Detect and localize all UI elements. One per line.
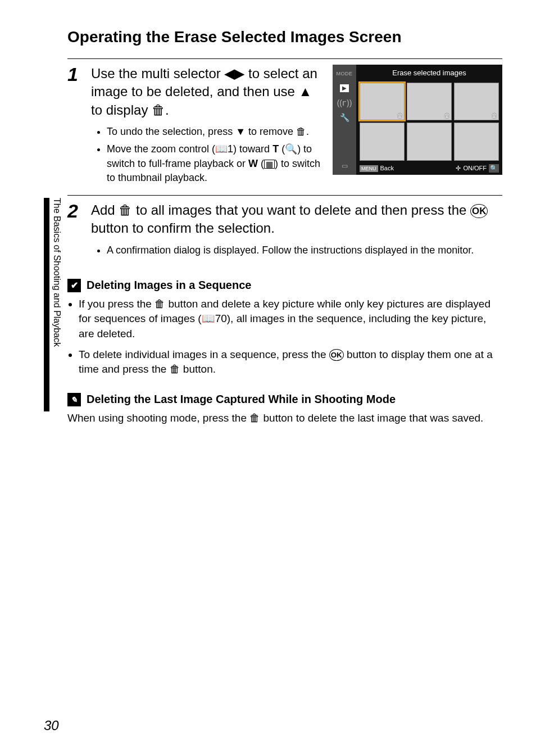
screen-onoff: ✢ON/OFF🔍 (456, 164, 499, 173)
thumb-3: 🗑 (454, 83, 499, 121)
step-1-bullet-1: To undo the selection, press ▼ to remove… (107, 125, 322, 139)
side-tab-text: The Basics of Shooting and Playback (52, 198, 62, 347)
play-mode-icon: ▶ (339, 84, 350, 93)
trash-icon: 🗑 (249, 412, 260, 424)
screen-title: Erase selected images (356, 65, 502, 80)
step-2: 2 Add 🗑 to all images that you want to d… (67, 201, 502, 263)
pencil-icon: ✎ (67, 393, 81, 406)
thumb-2: 🗑 (407, 83, 452, 121)
trash-icon: 🗑 (119, 202, 132, 218)
rule (67, 195, 502, 196)
thumb-5 (407, 123, 452, 161)
setup-icon: 🔧 (339, 113, 350, 122)
menu-bar-icon: ▭ (339, 161, 350, 170)
note-a-heading: ✔ Deleting Images in a Sequence (67, 279, 502, 292)
thumb-1: 🗑 (360, 83, 405, 121)
thumb-4 (360, 123, 405, 161)
caution-icon: ✔ (67, 279, 81, 292)
step-2-bullet-1: A confirmation dialog is displayed. Foll… (107, 243, 502, 257)
note-a-bullet-1: If you press the 🗑 button and delete a k… (79, 297, 502, 342)
note-a-bullet-2: To delete individual images in a sequenc… (79, 347, 502, 377)
note-b-body: When using shooting mode, press the 🗑 bu… (67, 411, 502, 426)
up-arrow-icon: ▲ (299, 84, 312, 99)
note-b-heading: ✎ Deleting the Last Image Captured While… (67, 393, 502, 406)
magnify-icon: 🔍 (285, 143, 297, 155)
screen-back: MENUBack (360, 164, 394, 173)
wireless-icon: ((ᴦ)) (339, 98, 350, 107)
page-title: Operating the Erase Selected Images Scre… (67, 28, 502, 46)
thumbnail-icon: ▦ (264, 160, 275, 169)
step-1-text: Use the multi selector ◀▶ to select an i… (91, 65, 322, 191)
ok-button-icon: OK (470, 204, 488, 219)
page-number: 30 (44, 718, 59, 734)
book-ref-icon: 📖 (202, 313, 215, 324)
step-1: 1 Use the multi selector ◀▶ to select an… (67, 65, 502, 191)
step-1-bullet-2: Move the zoom control (📖1) toward T (🔍) … (107, 142, 322, 185)
trash-icon: 🗑 (296, 126, 306, 137)
down-arrow-icon: ▼ (235, 126, 246, 137)
rule (67, 58, 502, 59)
step-1-number: 1 (67, 65, 91, 191)
trash-icon: 🗑 (152, 102, 165, 117)
trash-icon: 🗑 (170, 363, 180, 375)
step-2-number: 2 (67, 201, 91, 263)
camera-screen: MODE ▶ ((ᴦ)) 🔧 ▭ Erase selected images 🗑… (333, 65, 502, 191)
note-a-body: If you press the 🗑 button and delete a k… (67, 297, 502, 377)
mode-icon: MODE (339, 69, 350, 78)
thumbnail-grid: 🗑 🗑 🗑 (356, 80, 502, 162)
trash-icon: 🗑 (155, 298, 165, 310)
side-tab: The Basics of Shooting and Playback (44, 198, 60, 411)
ok-button-icon: OK (329, 349, 344, 361)
thumb-6 (454, 123, 499, 161)
left-right-arrow-icon: ◀▶ (224, 66, 244, 81)
book-ref-icon: 📖 (215, 143, 228, 155)
step-2-text: Add 🗑 to all images that you want to del… (91, 201, 502, 263)
